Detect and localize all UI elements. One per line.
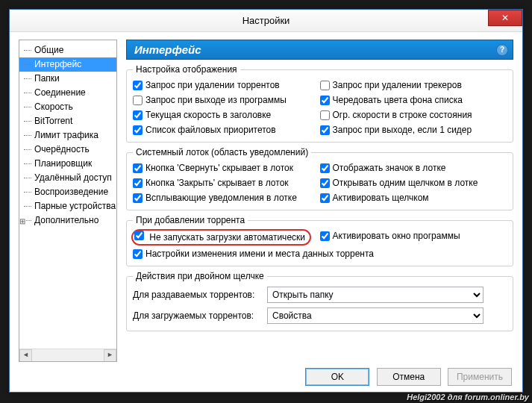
settings-dialog: Настройки ✕ ОбщиеИнтерфейсПапкиСоединени… bbox=[9, 9, 523, 393]
tree-item[interactable]: BitTorrent bbox=[19, 114, 116, 128]
section-header: Интерфейс ? bbox=[126, 40, 513, 60]
checkbox-label: Огр. скорости в строке состояния bbox=[333, 108, 472, 122]
checkbox-label: Настройки изменения имени и места данных… bbox=[145, 247, 374, 260]
display-checkbox[interactable] bbox=[133, 81, 143, 90]
window-title: Настройки bbox=[242, 15, 290, 26]
checkbox-label: Текущая скорость в заголовке bbox=[145, 108, 271, 122]
apply-button[interactable]: Применить bbox=[448, 368, 512, 386]
seeding-action-label: Для раздаваемых торрентов: bbox=[133, 290, 267, 300]
display-checkbox[interactable] bbox=[320, 81, 330, 90]
highlighted-option: Не запускать загрузки автоматически bbox=[131, 229, 311, 246]
close-icon: ✕ bbox=[501, 13, 509, 23]
dialog-buttons: OK Отмена Применить bbox=[10, 360, 522, 393]
checkbox-label: Не запускать загрузки автоматически bbox=[149, 232, 305, 243]
systray-checkbox[interactable] bbox=[320, 178, 330, 188]
tree-item[interactable]: Очерёдность bbox=[19, 143, 116, 157]
systray-group: Системный лоток (область уведомлений) Кн… bbox=[126, 147, 513, 210]
doubleclick-group: Действия при двойном щелчке Для раздавае… bbox=[126, 271, 513, 331]
display-checkbox[interactable] bbox=[320, 96, 330, 105]
downloading-action-select[interactable]: Свойства bbox=[267, 307, 484, 324]
tree-item[interactable]: Парные устройства bbox=[19, 199, 116, 213]
display-checkbox[interactable] bbox=[320, 125, 330, 135]
tree-item[interactable]: Папки bbox=[19, 72, 116, 86]
checkbox-label: Запрос при выходе из программы bbox=[145, 93, 287, 107]
horizontal-scrollbar[interactable]: ◄ ► bbox=[19, 349, 116, 361]
tree-item[interactable]: Удалённый доступ bbox=[19, 171, 116, 185]
checkbox-label: Всплывающие уведомления в лотке bbox=[145, 191, 297, 204]
no-autostart-checkbox[interactable] bbox=[134, 231, 144, 240]
section-title: Интерфейс bbox=[134, 43, 201, 56]
watermark: Helgi2002 для forum.onliner.by bbox=[407, 393, 529, 402]
checkbox-label: Запрос при удалении трекеров bbox=[333, 78, 462, 92]
close-button[interactable]: ✕ bbox=[488, 10, 522, 26]
group-legend: При добавлении торрента bbox=[133, 215, 248, 225]
checkbox-label: Активировать щелчком bbox=[333, 191, 429, 204]
checkbox-label: Чередовать цвета фона списка bbox=[333, 93, 463, 107]
display-checkbox[interactable] bbox=[320, 110, 330, 120]
display-checkbox[interactable] bbox=[133, 125, 143, 135]
systray-checkbox[interactable] bbox=[133, 163, 143, 173]
systray-checkbox[interactable] bbox=[133, 178, 143, 188]
activate-window-checkbox[interactable] bbox=[320, 231, 330, 241]
display-checkbox[interactable] bbox=[133, 96, 143, 105]
tree-item[interactable]: Соединение bbox=[19, 86, 116, 100]
scroll-left-button[interactable]: ◄ bbox=[19, 349, 32, 362]
rename-location-checkbox[interactable] bbox=[133, 249, 143, 259]
tree-item[interactable]: Дополнительно bbox=[19, 213, 116, 228]
seeding-action-select[interactable]: Открыть папку bbox=[267, 287, 484, 303]
tree-item[interactable]: Интерфейс bbox=[19, 57, 116, 72]
downloading-action-label: Для загружаемых торрентов: bbox=[133, 310, 267, 321]
checkbox-label: Список файловых приоритетов bbox=[145, 123, 276, 137]
systray-checkbox[interactable] bbox=[320, 193, 330, 203]
scroll-right-button[interactable]: ► bbox=[104, 349, 116, 362]
tree-item[interactable]: Скорость bbox=[19, 100, 116, 114]
systray-checkbox[interactable] bbox=[133, 193, 143, 203]
tree-item[interactable]: Общие bbox=[19, 43, 116, 57]
category-tree[interactable]: ОбщиеИнтерфейсПапкиСоединениеСкоростьBit… bbox=[19, 40, 117, 362]
checkbox-label: Активировать окно программы bbox=[333, 229, 460, 243]
tree-item[interactable]: Планировщик bbox=[19, 157, 116, 171]
checkbox-label: Запрос при удалении торрентов bbox=[145, 78, 280, 92]
systray-checkbox[interactable] bbox=[320, 163, 330, 173]
group-legend: Настройка отображения bbox=[133, 64, 240, 75]
on-add-torrent-group: При добавлении торрента Не запускать заг… bbox=[126, 215, 513, 266]
checkbox-label: Отображать значок в лотке bbox=[333, 161, 446, 175]
titlebar: Настройки ✕ bbox=[10, 10, 522, 32]
help-icon[interactable]: ? bbox=[496, 44, 508, 56]
display-checkbox[interactable] bbox=[133, 110, 143, 120]
checkbox-label: Кнопка 'Свернуть' скрывает в лоток bbox=[145, 161, 293, 175]
checkbox-label: Кнопка 'Закрыть' скрывает в лоток bbox=[145, 176, 289, 190]
ok-button[interactable]: OK bbox=[305, 368, 369, 386]
display-settings-group: Настройка отображения Запрос при удалени… bbox=[126, 64, 513, 143]
tree-item[interactable]: Воспроизведение bbox=[19, 185, 116, 199]
group-legend: Системный лоток (область уведомлений) bbox=[133, 147, 311, 157]
cancel-button[interactable]: Отмена bbox=[377, 368, 441, 386]
checkbox-label: Запрос при выходе, если 1 сидер bbox=[333, 123, 472, 137]
tree-item[interactable]: Лимит трафика bbox=[19, 128, 116, 143]
checkbox-label: Открывать одним щелчком в лотке bbox=[333, 176, 478, 190]
group-legend: Действия при двойном щелчке bbox=[133, 271, 267, 281]
